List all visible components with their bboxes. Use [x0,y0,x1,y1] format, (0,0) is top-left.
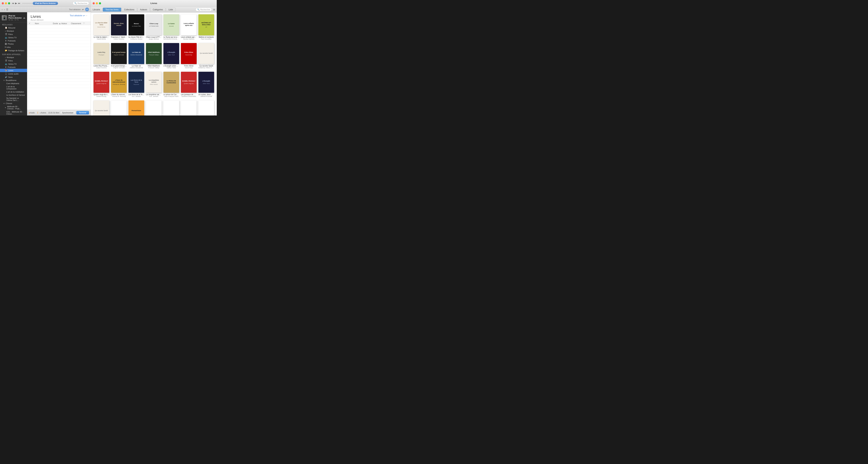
sidebar-item-podcasts-reglages[interactable]: 🎙 Podcasts [0,39,27,42]
book-item[interactable]: Lewis RoyPourquoiLewis-Roy-Pourquoi-J-ai… [94,43,109,68]
sidebar-item-art-meditation[interactable]: L'art de la méditation [0,90,27,93]
books-minimize-button[interactable] [96,2,98,4]
volume-slider[interactable] [22,3,32,4]
eject-button[interactable]: ⏏ [23,17,25,19]
sidebar-item-livres[interactable]: 📚 Livres [0,69,27,72]
sidebar-item-bonheur[interactable]: Le bonheur et l'amour [0,93,27,96]
book-item[interactable]: L'Évangileselon YouriUn océan, deux mers… [198,72,214,97]
sidebar-item-methode90[interactable]: ▶ Méthode 90 - Chinois - Prati... [0,105,27,110]
books-nav-tabs: Librairie Tous les livres Collections Au… [91,7,217,12]
book-title: Le Sumo qui ne pouvait pas grossir [163,36,179,38]
th-name[interactable]: Nom [35,22,53,25]
list-view-button[interactable]: ☰ [6,8,8,11]
book-item[interactable]: Le chat du dalaï-lamaDavid MichieLe chat… [94,14,109,40]
book-item[interactable]: Hôtel WaldheimFrançois VallejoHôtel Wald… [146,43,162,68]
book-item[interactable]: Les livres de la TerrefracturéeLes livre… [128,72,144,97]
shuffle-all-link[interactable]: Tout aléatoire ⇌ ··· [70,14,87,17]
book-item[interactable]: 002401-2018-Texte-03-Auteur inconnu [198,100,214,115]
back-button[interactable]: ⏮ [12,2,14,4]
book-item[interactable]: L'Évangileselon YouriL'Évangile selon Yo… [163,43,179,68]
close-button[interactable] [2,2,4,4]
book-item[interactable]: Sans nom.pdfAuteur inconnu [146,100,162,115]
sidebar-item-infos[interactable]: ℹ Infos [0,46,27,49]
sidebar: 📱 iPad de Pierre-Antoine 32 Go 57 % ⏏ Ré… [0,12,27,115]
book-item[interactable]: Ça raconte SarahÇa raconte SarahDelabror… [198,43,214,68]
book-item[interactable]: Le Prince de CochinchineLe prince de Coc… [163,72,179,97]
book-item[interactable]: 002401-2017-Texte-01-Auteur inconnu [163,100,179,115]
book-item[interactable]: MAÎTRES ET ESCLAVESnrfMaîtres et esclave… [198,14,214,40]
tab-categories[interactable]: Catégories [150,8,165,11]
termine-button[interactable]: Terminé [76,111,89,114]
th-duree[interactable]: Durée [53,22,59,25]
book-author: Delabrory-Allard, Pauline [198,67,214,68]
sidebar-item-podcasts[interactable]: 🎙 Podcasts [0,66,27,69]
book-item[interactable]: Frère d'âmeDavid DiopFrère d'âmeDavid Di… [181,43,197,68]
sidebar-item-sons[interactable]: 🔊 Sons [0,76,27,79]
sidebar-item-photos[interactable]: 🖼 Photos [0,42,27,46]
book-item[interactable]: Dormir, rêver, mourirFrancisco.J. Varela… [111,14,127,40]
synchroniser-button[interactable]: Synchroniser [60,111,76,114]
back-nav-button[interactable]: ‹ [2,8,3,11]
sidebar-item-films[interactable]: 🎬 Films [0,59,27,62]
book-title: Maîtres et esclaves [199,36,214,38]
book-author: N.K. Jemisin [132,95,141,97]
books-close-button[interactable] [93,2,95,4]
sidebar-item-livres-audio[interactable]: 🎧 Livres audio [0,72,27,76]
book-item[interactable]: DANIEL PICOULYQuatre-vingt-dixLes jumeau… [181,72,197,97]
book-item[interactable]: La Vraie vieAdeline DieudonnéLa Vraie vi… [128,43,144,68]
book-item[interactable]: Motivation Letter.pdf [111,100,127,115]
books-search[interactable]: 🔍 Rechercher [195,8,212,11]
book-item[interactable]: PermaVisionPermaVision-Auteur inconnu [128,100,144,115]
books-source[interactable]: Librairie [93,8,100,11]
table-row [27,76,91,79]
books-grid-view-toggle[interactable]: ⊞ [213,8,215,11]
books-section-subtitle: Aucun élément [31,19,43,21]
sidebar-item-resume[interactable]: 📋 Résumé [0,26,27,29]
book-item[interactable]: Il est grand tempsVirginie GrimaldiIl es… [111,43,127,68]
book-item[interactable]: Leurs enfants après euxLeurs enfants apr… [181,14,197,40]
search-box[interactable]: 🔍 Rechercher [73,2,89,5]
device-capacity: 32 Go 57 % [8,19,22,21]
table-header: ✓ Nom Durée ▲ Auteur Classement ♡ [27,22,91,25]
sidebar-item-series-reglages[interactable]: 📺 Séries TV [0,36,27,39]
book-title: Ça raconte Sarah [199,65,213,67]
triangle-methode90: ▶ [5,107,6,108]
tab-auteurs[interactable]: Auteurs [137,8,150,11]
book-item[interactable]: La cinquième saisonPRIX HUGOLa cinquième… [146,72,162,97]
play-button[interactable]: ▶ [15,2,17,4]
table-row [27,28,91,31]
tab-liste[interactable]: Liste [166,8,176,11]
books-maximize-button[interactable] [99,2,101,4]
forward-nav-button[interactable]: › [4,8,5,11]
books-panel: Livres Librairie Tous les livres Collect… [91,0,217,115]
maximize-button[interactable] [8,2,10,4]
book-item[interactable]: Chien-LoupLITTERATUREChien-Loup (LITTERA… [146,14,162,40]
more-options-button[interactable]: ··· [85,7,89,11]
th-check[interactable]: ✓ [29,22,35,25]
sidebar-item-musique[interactable]: ♪ Musique [0,56,27,59]
sidebar-item-films-reglages[interactable]: 🎬 Films [0,33,27,36]
sidebar-item-dalai[interactable]: Sa Sainteté Le 14ème Daï L... [0,96,27,102]
sidebar-item-partage[interactable]: 📂 Partage de fichiers [0,49,27,52]
sidebar-item-musique-reglages[interactable]: ♪ Musique [0,29,27,33]
book-item[interactable]: Le SumoSchmittLe Sumo qui ne pouvait pas… [163,14,179,40]
minimize-button[interactable] [5,2,7,4]
sidebar-item-art-compassion[interactable]: L'art de la compassion [0,85,27,90]
book-item[interactable]: MussoLa Jeune FilleLa Jeune Fille et la … [128,14,144,40]
forward-button[interactable]: ⏭ [18,2,20,4]
book-item[interactable]: DANIEL PICOULYQuatre-vingt-dixQuatre-vin… [94,72,109,97]
book-item[interactable]: L'hiver du mécontentementThomas B. Rever… [111,72,127,97]
tab-collections[interactable]: Collections [122,8,137,11]
book-title: Lewis-Roy-Pourquoi-J-ai- [94,65,109,67]
th-auteur[interactable]: ▲ Auteur [59,22,71,25]
sidebar-item-chinois[interactable]: ▶ Chinois [0,102,27,105]
book-title: Le prince de Cochinchine [163,94,179,95]
sidebar-item-bouddhisme[interactable]: ▶ Bouddhisme [0,79,27,82]
sidebar-item-cent-elephants[interactable]: Cent éléphants [0,82,27,85]
sidebar-item-cd1[interactable]: CD1 - Méthode 90 - Chinoi... [0,110,27,115]
sidebar-item-series[interactable]: 📺 Séries TV [0,62,27,66]
book-item[interactable]: JanePancake [181,100,197,115]
book-item[interactable]: Ça raconte Sarahdet_Et moi, je vis toujo… [94,100,109,115]
th-classement[interactable]: Classement [71,22,83,25]
tab-tous-les-livres[interactable]: Tous les livres [103,8,121,11]
